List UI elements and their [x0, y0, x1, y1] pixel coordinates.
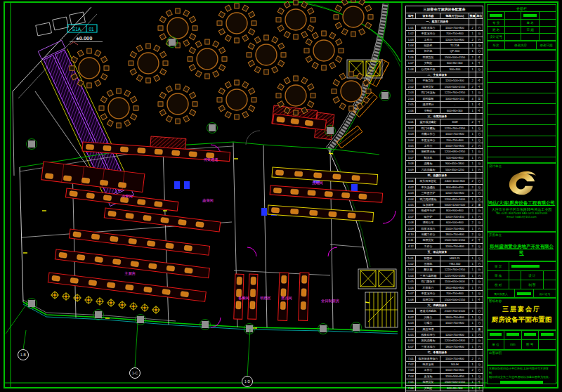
schedule-cell: TJ-22A — [440, 43, 469, 48]
schedule-cell: 1200×700×800 — [440, 190, 469, 196]
schedule-cell — [476, 72, 483, 78]
schedule-cell: 四、热厨区设备 — [406, 172, 469, 178]
stamp-bar — [490, 14, 502, 17]
column — [244, 324, 255, 334]
schedule-cell: 台式电子秤 — [416, 66, 440, 72]
schedule-cell: 台 — [476, 155, 483, 160]
schedule-cell: 个 — [476, 107, 483, 113]
schedule-row: 4-12工作台1200×750×8002台 — [406, 243, 483, 249]
schedule-row: 6-05残食处理台1200×750×8001台 — [406, 332, 483, 337]
schedule-cell: 运水烟罩 — [416, 202, 440, 208]
schedule-cell: 1 — [469, 373, 476, 379]
equipment-counter — [48, 273, 206, 301]
schedule-cell: 茶水柜 — [416, 373, 440, 379]
svg-text:S1A: S1A — [72, 27, 81, 32]
schedule-cell: 1 — [469, 48, 476, 54]
schedule-cell: 2 — [469, 37, 476, 42]
schedule-cell: 洁碟台 — [416, 320, 440, 326]
schedule-row: 3-05工作台1500×750×8002台 — [406, 143, 483, 148]
schedule-cell: 个 — [476, 54, 483, 60]
room-label: 备餐间 — [238, 296, 249, 301]
top-left-walls — [13, 7, 100, 184]
schedule-cell: 1 — [469, 285, 476, 290]
svg-text:±0.000: ±0.000 — [77, 35, 93, 41]
schedule-cell — [469, 19, 476, 25]
schedule-cell: 1500×500×1550 — [440, 296, 469, 302]
svg-text:1-D: 1-D — [244, 379, 250, 384]
schedule-cell: 1200×650×1800 — [440, 338, 469, 344]
schedule-cell: 2-03 — [406, 90, 416, 96]
signoff-label: 姓 名 — [488, 27, 505, 34]
schedule-cell: 7-03 — [406, 367, 416, 373]
schedule-row: 4-08调料台车600×500×8002台 — [406, 220, 483, 226]
schedule-cell: 4-03 — [406, 190, 416, 196]
schedule-cell: 1220×760×1950 — [440, 90, 469, 96]
equipment-counter — [268, 205, 374, 221]
schedule-cell: 5000×1200×500 — [440, 202, 469, 208]
burner-symbol — [62, 292, 70, 301]
schedule-cell: 数量 — [469, 13, 476, 19]
schedule-row: 6-02污碟台1800×750×8001台 — [406, 314, 483, 320]
schedule-cell: 台 — [476, 220, 483, 226]
column — [27, 139, 37, 150]
schedule-cell — [469, 172, 476, 178]
schedule-cell: 1500×750×800 — [440, 131, 469, 137]
schedule-cell: 7-04 — [406, 373, 416, 379]
schedule-cell: 4-12 — [406, 243, 416, 249]
schedule-cell: 1 — [469, 344, 476, 349]
room-label: 蒸点间 — [281, 296, 292, 301]
schedule-cell: 台 — [476, 131, 483, 137]
schedule-cell: 通道式洗碗机 — [416, 308, 440, 314]
room-label: 传菜通道 — [204, 157, 219, 162]
schedule-cell: 1 — [469, 107, 476, 113]
schedule-cell: 4-07 — [406, 214, 416, 219]
schedule-cell: - — [440, 102, 469, 107]
schedule-cell: 台 — [476, 184, 483, 190]
banquet-table — [158, 84, 197, 124]
signoff-label: 日 期 — [521, 27, 539, 34]
schedule-section-row: 四、热厨区设备 — [406, 172, 483, 178]
schedule-cell: 台 — [476, 196, 483, 202]
revision-row — [488, 114, 556, 124]
stamp-bar — [523, 14, 536, 17]
schedule-cell: 1 — [469, 226, 476, 231]
equipment-counter — [104, 208, 220, 232]
burner-symbol — [140, 303, 149, 312]
schedule-row: 7-05四层货架1500×500×15501个 — [406, 379, 483, 385]
revision-row — [488, 50, 556, 60]
schedule-cell: 1800×750×800 — [440, 314, 469, 320]
schedule-cell: 1500×750×800 — [440, 25, 469, 30]
drawing-no-label: 图 号 — [522, 340, 539, 349]
schedule-row: 5-05双门蒸饭车1100×650×16001台 — [406, 279, 483, 285]
svg-text:1-B: 1-B — [20, 353, 26, 357]
schedule-cell: 四层货架 — [416, 296, 440, 302]
schedule-cell: 1000×700×450 — [440, 214, 469, 219]
schedule-row: 4-10冷藏工作台1800×750×8002台 — [406, 232, 483, 237]
approval-label: 校 对 — [488, 280, 509, 289]
schedule-cell: 4-01 — [406, 178, 416, 184]
schedule-cell: 个 — [476, 102, 483, 107]
schedule-cell: HWJ-25 — [440, 255, 469, 261]
schedule-cell: 台 — [476, 143, 483, 148]
approval-label: 审 核 — [488, 271, 509, 280]
schedule-cell: 个 — [476, 385, 483, 391]
rev-col: 版次 — [488, 41, 505, 50]
revision-row — [488, 93, 556, 103]
schedule-cell: 1 — [469, 332, 476, 337]
schedule-cell: 7-06 — [406, 385, 416, 391]
revision-row — [488, 146, 556, 157]
schedule-row: 4-02单头汤桶灶800×800×4502台 — [406, 184, 483, 190]
banquet-tables — [70, 0, 373, 128]
schedule-row: 2-04塑料垫板1000×600×1504块 — [406, 96, 483, 101]
schedule-row: 5-07单星水池台700×750×8001台 — [406, 291, 483, 296]
schedule-cell: 台 — [476, 273, 483, 278]
schedule-cell: 300×300 — [440, 66, 469, 72]
schedule-cell: 1 — [469, 308, 476, 314]
plot-note-block: 出图说明 — [487, 350, 556, 365]
schedule-cell: 三、冷菜间设备 — [406, 113, 469, 119]
schedule-cell: 台 — [476, 25, 483, 30]
schedule-cell: 1 — [469, 149, 476, 155]
schedule-cell: 5-03 — [406, 267, 416, 273]
schedule-section-row: 五、面点间设备 — [406, 249, 483, 255]
meta-block: 单 位 mm 图 号 — [487, 330, 556, 350]
